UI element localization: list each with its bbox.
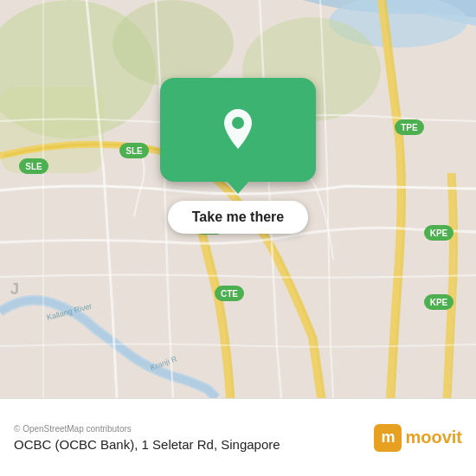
bottom-text: © OpenStreetMap contributors OCBC (OCBC … (14, 424, 374, 452)
bottom-bar: © OpenStreetMap contributors OCBC (OCBC … (0, 398, 476, 476)
svg-text:J: J (10, 280, 19, 298)
map-attribution: © OpenStreetMap contributors (14, 424, 374, 434)
svg-text:TPE: TPE (401, 123, 418, 132)
location-name: OCBC (OCBC Bank), 1 Seletar Rd, Singapor… (14, 437, 374, 452)
moovit-logo: m moovit (374, 424, 462, 452)
map-container: SLE SLE TPE CTE CTE KPE KPE Kallang Rive… (0, 0, 476, 398)
moovit-logo-text: moovit (405, 428, 462, 447)
svg-text:SLE: SLE (125, 146, 143, 156)
moovit-logo-icon: m (374, 424, 402, 452)
svg-text:CTE: CTE (221, 289, 238, 299)
svg-text:SLE: SLE (25, 162, 42, 171)
popup-card: Take me there (160, 78, 316, 234)
svg-text:KPE: KPE (430, 298, 448, 307)
svg-point-23 (232, 117, 244, 129)
svg-rect-5 (0, 87, 104, 173)
svg-text:KPE: KPE (430, 228, 448, 238)
take-me-there-button[interactable]: Take me there (168, 201, 308, 234)
location-pin-icon (219, 107, 257, 152)
svg-point-3 (113, 0, 234, 87)
location-bubble (160, 78, 316, 182)
